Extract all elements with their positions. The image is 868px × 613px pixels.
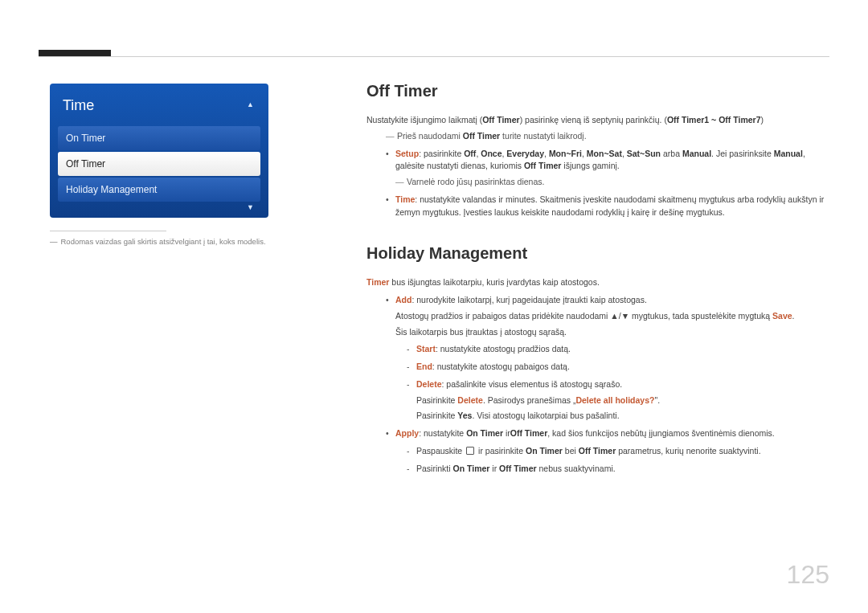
bullet-add: Add: nurodykite laikotarpį, kurį pageida… <box>386 294 825 423</box>
sidebar: Time ▲ On Timer Off Timer Holiday Manage… <box>50 84 268 247</box>
heading-holiday-management: Holiday Management <box>366 241 825 265</box>
panel-title: Time <box>58 92 260 125</box>
bullet-setup: Setup: pasirinkite Off, Once, Everyday, … <box>386 148 825 189</box>
scroll-up-icon[interactable]: ▲ <box>247 100 254 111</box>
bullet-apply: Apply: nustatykite On Timer irOff Timer,… <box>386 427 825 475</box>
menu-item-off-timer[interactable]: Off Timer <box>58 152 260 176</box>
main-content: Off Timer Nustatykite išjungimo laikmatį… <box>366 79 825 480</box>
holiday-intro: Timer bus išjungtas laikotarpiu, kuris į… <box>366 276 825 289</box>
checkmark-note: Varnelė rodo jūsų pasirinktas dienas. <box>395 176 825 189</box>
enter-icon <box>466 447 474 455</box>
settings-panel: Time ▲ On Timer Off Timer Holiday Manage… <box>50 84 268 218</box>
header-rule <box>39 56 829 57</box>
off-timer-prereq-note: Prieš naudodami Off Timer turite nustaty… <box>386 130 825 143</box>
apply-sub1: Paspauskite ir pasirinkite On Timer bei … <box>407 445 825 458</box>
bullet-time: Time: nustatykite valandas ir minutes. S… <box>386 194 825 219</box>
off-timer-intro: Nustatykite išjungimo laikmatį (Off Time… <box>366 114 825 127</box>
menu-item-on-timer[interactable]: On Timer <box>58 126 260 150</box>
scroll-down-icon[interactable]: ▼ <box>247 202 254 214</box>
sub-end: End: nustatykite atostogų pabaigos datą. <box>407 361 825 374</box>
heading-off-timer: Off Timer <box>366 79 825 103</box>
menu-item-holiday-management[interactable]: Holiday Management <box>58 178 260 202</box>
sidebar-footnote: ―Rodomas vaizdas gali skirtis atsižvelgi… <box>50 236 268 247</box>
footnote-rule <box>50 231 166 231</box>
sub-start: Start: nustatykite atostogų pradžios dat… <box>407 343 825 356</box>
apply-sub2: Pasirinkti On Timer ir Off Timer nebus s… <box>407 463 825 476</box>
page-number: 125 <box>787 555 829 594</box>
header-accent <box>39 50 111 56</box>
sub-delete: Delete: pašalinkite visus elementus iš a… <box>407 378 825 423</box>
footnote-text: Rodomas vaizdas gali skirtis atsižvelgia… <box>61 237 266 246</box>
